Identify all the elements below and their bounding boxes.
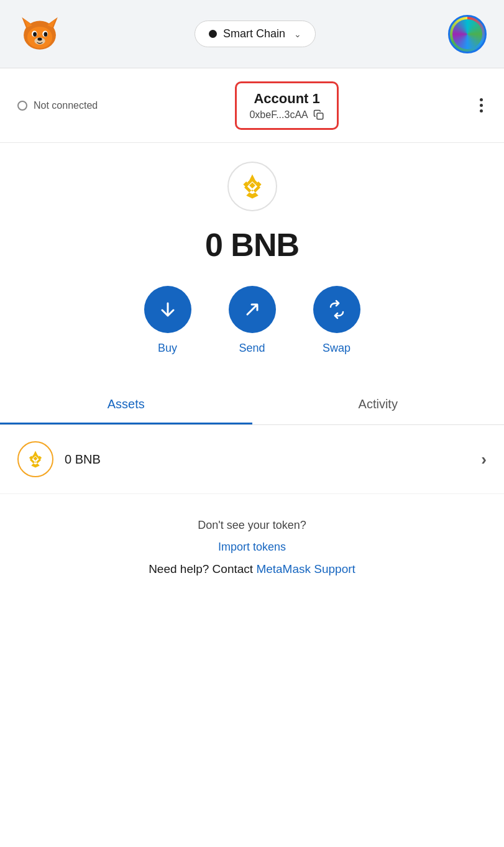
asset-row-bnb[interactable]: 0 BNB › xyxy=(0,425,504,494)
help-text: Need help? Contact MetaMask Support xyxy=(149,562,355,576)
not-connected-status: Not connected xyxy=(17,100,98,111)
dot-2 xyxy=(480,104,483,107)
swap-label: Swap xyxy=(323,342,351,355)
main-content: 0 BNB Buy Send xyxy=(0,143,504,847)
svg-rect-12 xyxy=(317,113,323,119)
chevron-down-icon: ⌄ xyxy=(294,29,301,39)
send-label: Send xyxy=(239,342,265,355)
metamask-logo[interactable] xyxy=(17,11,62,58)
bnb-token-icon xyxy=(227,162,277,211)
network-status-dot xyxy=(209,30,217,38)
action-buttons: Buy Send Swap xyxy=(144,286,360,355)
metamask-support-link[interactable]: MetaMask Support xyxy=(256,562,355,575)
header: Smart Chain ⌄ xyxy=(0,0,504,68)
account-address: 0xbeF...3cAA xyxy=(249,109,324,121)
account-box[interactable]: Account 1 0xbeF...3cAA xyxy=(235,81,338,130)
svg-point-5 xyxy=(27,26,52,48)
not-connected-label: Not connected xyxy=(34,100,98,111)
network-name: Smart Chain xyxy=(223,27,285,40)
copy-icon[interactable] xyxy=(313,109,324,121)
tab-assets[interactable]: Assets xyxy=(0,386,252,424)
not-connected-dot xyxy=(17,101,27,111)
svg-marker-21 xyxy=(31,464,40,468)
buy-label: Buy xyxy=(158,342,177,355)
account-address-text: 0xbeF...3cAA xyxy=(249,109,308,121)
avatar-inner xyxy=(452,19,482,49)
svg-marker-14 xyxy=(246,193,259,199)
dot-1 xyxy=(480,98,483,101)
avatar[interactable] xyxy=(448,15,487,53)
balance-display: 0 BNB xyxy=(205,226,299,263)
svg-point-9 xyxy=(44,32,47,36)
import-tokens-link[interactable]: Import tokens xyxy=(218,541,286,554)
sub-header: Not connected Account 1 0xbeF...3cAA xyxy=(0,68,504,143)
account-name: Account 1 xyxy=(249,91,324,107)
buy-button-wrapper[interactable]: Buy xyxy=(144,286,191,355)
asset-left: 0 BNB xyxy=(17,441,101,477)
more-options-button[interactable] xyxy=(476,94,487,116)
no-token-text: Don't see your token? xyxy=(198,519,306,532)
send-button-wrapper[interactable]: Send xyxy=(229,286,276,355)
asset-chevron-icon: › xyxy=(481,450,487,469)
swap-button[interactable] xyxy=(313,286,360,333)
help-text-prefix: Need help? Contact xyxy=(149,562,256,575)
dot-3 xyxy=(480,109,483,112)
tabs-bar: Assets Activity xyxy=(0,386,504,425)
network-selector[interactable]: Smart Chain ⌄ xyxy=(195,21,316,47)
svg-point-11 xyxy=(37,37,42,40)
asset-name-bnb: 0 BNB xyxy=(65,452,101,467)
svg-point-8 xyxy=(33,32,37,36)
swap-button-wrapper[interactable]: Swap xyxy=(313,286,360,355)
footer-section: Don't see your token? Import tokens Need… xyxy=(0,494,504,601)
bnb-asset-icon xyxy=(17,441,53,477)
send-button[interactable] xyxy=(229,286,276,333)
buy-button[interactable] xyxy=(144,286,191,333)
assets-list: 0 BNB › xyxy=(0,425,504,494)
tab-activity[interactable]: Activity xyxy=(252,386,505,424)
